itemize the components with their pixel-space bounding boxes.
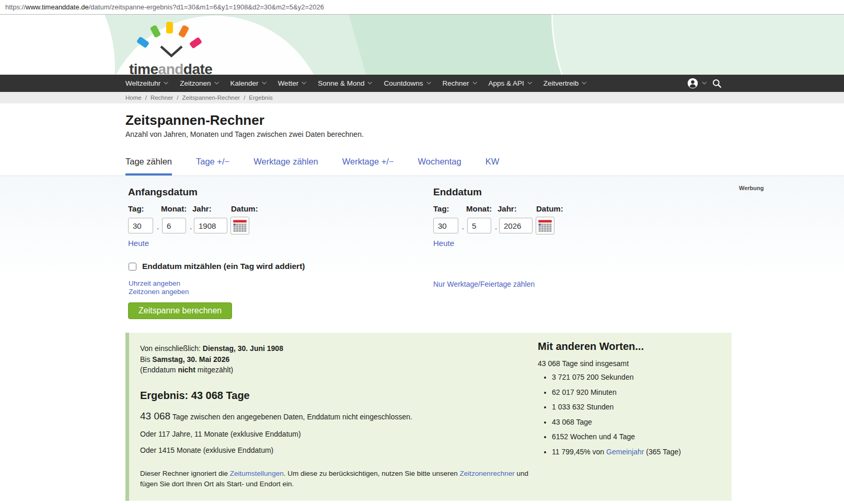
include-end-date-checkbox[interactable] <box>129 263 136 271</box>
zeitzonenrechner-link[interactable]: Zeitzonenrechner <box>460 468 515 479</box>
page: https://www.timeanddate.de/datum/zeitspa… <box>0 0 844 504</box>
start-year-input[interactable] <box>194 218 227 233</box>
result-to-line: Bis Samstag, 30. Mai 2026 <box>140 354 531 365</box>
start-calendar-picker-button[interactable] <box>230 217 249 235</box>
breadcrumb-zeitspannen-rechner[interactable]: Zeitspannen-Rechner <box>182 95 240 101</box>
nav-label: Zeitvertreib <box>544 79 579 87</box>
logo-text-and: and <box>158 61 183 75</box>
calculate-timespan-button[interactable]: Zeitspanne berechnen <box>128 302 232 319</box>
result-alt-years-months: Oder 117 Jahre, 11 Monate (exklusive End… <box>140 430 531 438</box>
chevron-down-icon <box>472 80 477 84</box>
end-month-input[interactable] <box>467 218 491 233</box>
date-separator: . <box>190 222 192 231</box>
list-item-seconds: 3 721 075 200 Sekunden <box>552 373 725 381</box>
logo-card-green <box>150 25 161 38</box>
list-item-percent-year: 11 799,45% von Gemeinjahr (365 Tage) <box>552 448 725 456</box>
nav-item-zeitvertreib[interactable]: Zeitvertreib <box>537 75 592 92</box>
page-subtitle: Anzahl von Jahren, Monaten und Tagen zwi… <box>125 130 364 138</box>
result-heading: Ergebnis: 43 068 Tage <box>140 390 531 402</box>
logo-text-time: time <box>129 61 158 75</box>
nav-label: Wetter <box>278 79 299 87</box>
zeitumstellungen-link[interactable]: Zeitumstellungen <box>230 468 284 479</box>
logo-chevron-icon <box>158 44 184 58</box>
result-summary: 43 068 Tage zwischen den angegebenen Dat… <box>140 411 531 422</box>
result-details: Von einschließlich: Dienstag, 30. Juni 1… <box>129 333 531 501</box>
search-button[interactable] <box>712 78 722 88</box>
header-decoration-left <box>0 15 115 75</box>
user-icon <box>687 77 699 89</box>
count-workdays-link[interactable]: Nur Werktage/Feiertage zählen <box>433 280 535 288</box>
specify-timezones-link[interactable]: Zeitzonen angeben <box>129 288 189 296</box>
nav-item-zeitzonen[interactable]: Zeitzonen <box>174 75 224 92</box>
list-item-weeks: 6152 Wochen und 4 Tage <box>552 432 725 441</box>
chevron-down-icon <box>214 80 218 84</box>
end-day-input[interactable] <box>433 218 458 233</box>
list-item-minutes: 62 017 920 Minuten <box>552 388 725 396</box>
result-note-line: (Enddatum nicht mitgezählt) <box>140 365 531 376</box>
tab-kw[interactable]: KW <box>485 157 500 175</box>
breadcrumb-home[interactable]: Home <box>125 95 142 101</box>
end-today-link[interactable]: Heute <box>433 239 454 248</box>
nav-item-rechner[interactable]: Rechner <box>436 75 482 92</box>
nav-item-wetter[interactable]: Wetter <box>272 75 312 92</box>
nav-label: Apps & API <box>489 79 524 87</box>
url-scheme: https:// <box>5 3 26 11</box>
nav-item-apps-api[interactable]: Apps & API <box>482 75 537 92</box>
day-label: Tag: <box>433 204 449 213</box>
start-day-input[interactable] <box>128 218 153 233</box>
tab-wochentag[interactable]: Wochentag <box>418 157 461 175</box>
timeanddate-logo[interactable]: timeanddate <box>129 21 218 74</box>
end-date-section: Enddatum Tag: Monat: Jahr: Datum: . . He… <box>433 186 606 240</box>
date-separator: . <box>495 222 497 231</box>
gemeinjahr-link[interactable]: Gemeinjahr <box>606 448 644 456</box>
chevron-down-icon <box>302 80 306 84</box>
ad-label: Werbung <box>739 185 764 191</box>
start-month-input[interactable] <box>162 218 186 233</box>
logo-card-yellow <box>166 22 173 33</box>
result-big-number: 43 068 <box>140 411 170 421</box>
breadcrumb-separator: / <box>244 95 245 101</box>
nav-item-sonne-mond[interactable]: Sonne & Mond <box>311 75 377 92</box>
logo-card-orange <box>178 25 190 38</box>
start-today-link[interactable]: Heute <box>128 239 149 248</box>
logo-card-pink <box>189 37 202 49</box>
breadcrumb-separator: / <box>145 95 147 101</box>
in-other-words-list: 3 721 075 200 Sekunden 62 017 920 Minute… <box>538 373 725 456</box>
nav-item-kalender[interactable]: Kalender <box>224 75 272 92</box>
breadcrumb-separator: / <box>177 95 178 101</box>
tab-werktage-plus-minus[interactable]: Werktage +/− <box>342 157 394 175</box>
date-label: Datum: <box>536 204 563 213</box>
browser-address-bar[interactable]: https://www.timeanddate.de/datum/zeitspa… <box>0 0 844 15</box>
tab-werktage-zaehlen[interactable]: Werktage zählen <box>253 157 318 175</box>
month-label: Monat: <box>161 204 187 213</box>
end-year-input[interactable] <box>499 218 533 233</box>
specify-time-link[interactable]: Uhrzeit angeben <box>129 279 180 288</box>
tab-tage-plus-minus[interactable]: Tage +/− <box>196 157 229 175</box>
day-label: Tag: <box>128 204 144 213</box>
calendar-icon <box>233 219 247 232</box>
calendar-icon <box>538 219 552 232</box>
end-calendar-picker-button[interactable] <box>536 217 554 235</box>
chevron-down-icon <box>164 80 168 84</box>
chevron-down-icon <box>582 80 586 84</box>
start-date-section: Anfangsdatum Tag: Monat: Jahr: Datum: . … <box>128 186 300 240</box>
include-end-date-label[interactable]: Enddatum mitzählen (ein Tag wird addiert… <box>142 262 305 271</box>
form-option-links: Uhrzeit angeben Zeitzonen angeben <box>129 279 189 296</box>
site-header: timeanddate <box>0 15 844 75</box>
chevron-down-icon <box>368 80 372 84</box>
nav-label: Rechner <box>443 79 469 87</box>
calculator-tabs: Tage zählen Tage +/− Werktage zählen Wer… <box>125 157 523 175</box>
page-title: Zeitspannen-Rechner <box>125 112 264 128</box>
tab-tage-zaehlen[interactable]: Tage zählen <box>125 157 172 175</box>
year-label: Jahr: <box>498 204 517 213</box>
nav-item-countdowns[interactable]: Countdowns <box>377 75 436 92</box>
date-label: Datum: <box>231 204 258 213</box>
result-alt-months: Oder 1415 Monate (exklusive Enddatum) <box>140 446 531 454</box>
chevron-down-icon <box>262 80 266 84</box>
breadcrumb-rechner[interactable]: Rechner <box>151 95 173 101</box>
in-other-words-section: Mit anderen Worten... 43 068 Tage sind i… <box>531 333 725 501</box>
chevron-down-icon <box>527 80 531 84</box>
nav-item-weltzeituhr[interactable]: Weltzeituhr <box>119 75 174 92</box>
account-button[interactable] <box>687 77 706 89</box>
logo-text: timeanddate <box>129 61 212 75</box>
